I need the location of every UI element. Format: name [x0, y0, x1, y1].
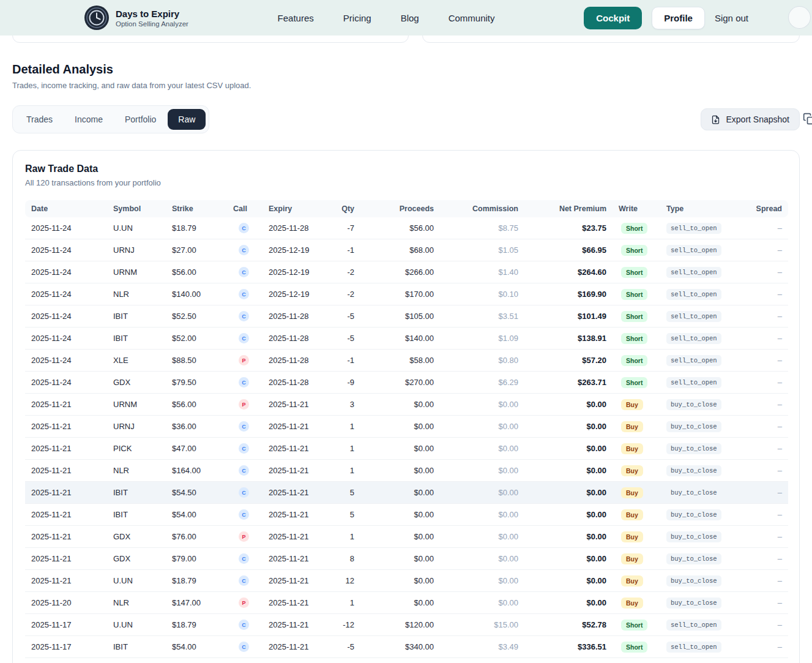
page-subtitle: Trades, income tracking, and raw data fr…: [12, 81, 800, 90]
cell-commission: $0.00: [440, 438, 524, 460]
table-row: 2025-11-21 IBIT $54.50 C 2025-11-21 5 $0…: [25, 482, 788, 504]
type-pill: buy_to_close: [666, 487, 721, 498]
cell-proceeds: $68.00: [360, 239, 440, 261]
raw-trade-data-card: Raw Trade Data All 120 transactions from…: [12, 150, 800, 663]
cell-write: Buy: [613, 394, 660, 416]
cell-call-put: C: [227, 416, 263, 438]
call-put-badge: C: [239, 509, 249, 520]
table-header: Date Symbol Strike Call Expiry Qty Proce…: [25, 200, 788, 217]
table-row: 2025-11-17 U.UN $18.79 C 2025-11-21 -12 …: [25, 614, 788, 636]
cell-date: 2025-11-21: [25, 438, 107, 460]
cell-qty: -5: [327, 636, 360, 658]
cell-write: Short: [613, 372, 660, 394]
column-header-date: Date: [25, 200, 107, 217]
call-put-badge: C: [239, 377, 249, 388]
table-row: 2025-11-21 PICK $47.00 C 2025-11-21 1 $0…: [25, 438, 788, 460]
cell-net-premium: $0.00: [524, 460, 613, 482]
cell-proceeds: $105.00: [360, 305, 440, 328]
cell-call-put: C: [227, 636, 263, 658]
avatar[interactable]: [788, 6, 811, 29]
cell-call-put: C: [227, 283, 263, 305]
tab-income[interactable]: Income: [64, 109, 113, 130]
cell-qty: 5: [327, 482, 360, 504]
tab-portfolio[interactable]: Portfolio: [114, 109, 166, 130]
cell-net-premium: $0.00: [524, 570, 613, 592]
cell-strike: $54.00: [166, 636, 227, 658]
tab-trades[interactable]: Trades: [16, 109, 63, 130]
cell-net-premium: $0.00: [524, 592, 613, 614]
cell-qty: 1: [327, 460, 360, 482]
cell-symbol: GDX: [107, 372, 166, 394]
cell-write: Buy: [613, 438, 660, 460]
table-row: 2025-11-21 IBIT $54.00 C 2025-11-21 5 $0…: [25, 504, 788, 526]
cell-spread: –: [739, 548, 788, 570]
signout-button[interactable]: Sign out: [715, 13, 748, 23]
write-badge: Short: [621, 642, 647, 653]
cell-write: Buy: [613, 548, 660, 570]
cell-proceeds: $58.00: [360, 350, 440, 372]
cell-type: buy_to_close: [660, 416, 739, 438]
write-badge: Short: [621, 223, 647, 234]
cell-expiry: 2025-12-19: [263, 261, 327, 283]
cell-expiry: 2025-11-21: [263, 416, 327, 438]
cell-date: 2025-11-21: [25, 394, 107, 416]
cell-net-premium: $264.60: [524, 261, 613, 283]
copy-icon[interactable]: [803, 113, 812, 127]
nav-link-community[interactable]: Community: [449, 13, 495, 23]
cell-qty: -9: [327, 372, 360, 394]
cell-write: Short: [613, 636, 660, 658]
cell-proceeds: $0.00: [360, 416, 440, 438]
call-put-badge: C: [239, 575, 249, 586]
cell-write: Buy: [613, 570, 660, 592]
cell-write: Short: [613, 261, 660, 283]
cell-expiry: 2025-11-28: [263, 328, 327, 350]
app-header: Days to Expiry Option Selling Analyzer F…: [0, 0, 812, 36]
cell-spread: –: [739, 526, 788, 548]
cockpit-button[interactable]: Cockpit: [584, 7, 642, 29]
nav-link-features[interactable]: Features: [278, 13, 314, 23]
cell-symbol: IBIT: [107, 328, 166, 350]
profile-button[interactable]: Profile: [652, 7, 705, 29]
cell-strike: $76.00: [166, 658, 227, 663]
cell-commission: $0.10: [440, 283, 524, 305]
cell-call-put: C: [227, 261, 263, 283]
cell-qty: 5: [327, 504, 360, 526]
cell-spread: –: [739, 217, 788, 239]
cell-spread: –: [739, 460, 788, 482]
cell-call-put: C: [227, 372, 263, 394]
type-pill: buy_to_close: [666, 575, 721, 586]
cell-proceeds: $136.00: [360, 658, 440, 663]
table-row: 2025-11-20 NLR $147.00 P 2025-11-21 1 $0…: [25, 592, 788, 614]
write-badge: Short: [621, 620, 647, 631]
cell-date: 2025-11-21: [25, 482, 107, 504]
brand-text: Days to Expiry Option Selling Analyzer: [116, 9, 188, 28]
cell-call-put: C: [227, 548, 263, 570]
tab-raw[interactable]: Raw: [168, 109, 206, 130]
type-pill: buy_to_close: [666, 597, 721, 609]
cell-date: 2025-11-21: [25, 548, 107, 570]
cell-commission: $1.05: [440, 239, 524, 261]
call-put-badge: C: [239, 245, 249, 255]
write-badge: Short: [621, 377, 647, 388]
raw-trade-table: Date Symbol Strike Call Expiry Qty Proce…: [25, 200, 788, 663]
cell-symbol: NLR: [107, 460, 166, 482]
cell-expiry: 2025-11-28: [263, 217, 327, 239]
export-snapshot-button[interactable]: Export Snapshot: [701, 108, 800, 130]
cell-symbol: IBIT: [107, 504, 166, 526]
cell-qty: 1: [327, 592, 360, 614]
type-pill: buy_to_close: [666, 531, 721, 542]
nav-link-pricing[interactable]: Pricing: [343, 13, 371, 23]
cell-net-premium: $66.95: [524, 239, 613, 261]
cell-qty: 1: [327, 438, 360, 460]
cell-proceeds: $56.00: [360, 217, 440, 239]
cell-strike: $56.00: [166, 261, 227, 283]
cell-net-premium: $101.49: [524, 305, 613, 328]
cell-net-premium: $52.78: [524, 614, 613, 636]
cell-qty: -1: [327, 350, 360, 372]
cell-date: 2025-11-24: [25, 261, 107, 283]
nav-link-blog[interactable]: Blog: [401, 13, 419, 23]
cell-net-premium: $134.95: [524, 658, 613, 663]
cell-proceeds: $170.00: [360, 283, 440, 305]
cell-spread: –: [739, 305, 788, 328]
cell-qty: -2: [327, 283, 360, 305]
